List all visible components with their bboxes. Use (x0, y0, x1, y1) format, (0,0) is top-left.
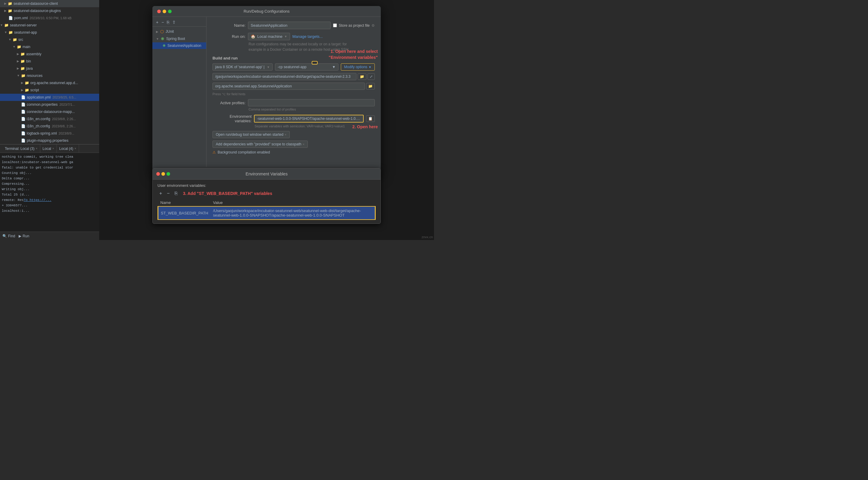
file-icon: 📄 (21, 137, 26, 143)
dialog-titlebar: Run/Debug Configurations (152, 6, 381, 17)
tree-item[interactable]: 📄connector-datasource-mapp... (0, 108, 99, 115)
gear-icon[interactable]: ⚙ (371, 24, 375, 28)
remove-config-button[interactable]: − (160, 19, 165, 25)
env-var-label: Environment variables: (213, 114, 252, 123)
env-dialog-title-text: Environment Variables (246, 171, 288, 176)
path-input[interactable] (213, 73, 356, 80)
terminal-panel: Terminal: Local (3) × Local × Local (4) … (0, 144, 99, 240)
config-seatunnel-app[interactable]: ❋ SeatunnelApplication (152, 42, 206, 49)
app-icon: ❋ (163, 43, 165, 48)
close-button[interactable] (157, 10, 161, 13)
tree-item[interactable]: 📄i18n_zh.config2023/8/8, 2:26... (0, 123, 99, 130)
sdk-select[interactable]: java 8 SDK of 'seatunnel-app' | ▼ (213, 63, 273, 71)
tree-item[interactable]: ▼📁seatunnel-app (0, 29, 99, 36)
tree-item[interactable]: ▼📁resources (0, 72, 99, 79)
chevron-right-icon: ▶ (21, 80, 24, 86)
minimize-button[interactable] (161, 172, 165, 176)
env-var-hint: Separate variables with semicolon: VAR=v… (254, 124, 375, 128)
run-on-select[interactable]: 🏠 Local machine ▼ (248, 33, 290, 40)
move-config-button[interactable]: ⇧ (171, 19, 177, 25)
tree-item-meta: 2023/8/25, 6:5... (52, 94, 76, 100)
env-toolbar: + − ⎘ 3. Add "ST_WEB_BASEDIR_PATH" varia… (157, 190, 376, 197)
run-on-row: Run on: 🏠 Local machine ▼ Manage targets… (213, 33, 375, 40)
tree-item[interactable]: ▼📁main (0, 43, 99, 51)
close-icon[interactable]: × (36, 147, 37, 150)
terminal-tab-label: Terminal: Local (3) (5, 147, 35, 151)
env-var-row: Environment variables: -seatunnel-web-1.… (213, 114, 375, 123)
terminal-tab-local4[interactable]: Local (4) × (57, 145, 79, 153)
env-var-browse-button[interactable]: 📋 (366, 115, 375, 122)
env-dialog-title: Environment Variables (153, 168, 380, 180)
tree-item[interactable]: ▶📁assembly (0, 51, 99, 58)
chevron-right-icon: ▶ (17, 65, 19, 71)
file-icon: 📄 (21, 94, 26, 100)
folder-icon: 📁 (25, 87, 29, 93)
store-checkbox[interactable] (333, 24, 337, 27)
path-folder-button[interactable]: 📁 (358, 73, 366, 80)
tag-add-deps: Add dependencies with "provided" scope t… (213, 140, 308, 148)
manage-targets-link[interactable]: Manage targets... (292, 34, 323, 39)
add-config-button[interactable]: + (155, 19, 160, 25)
folder-icon: 📁 (8, 1, 12, 7)
config-junit[interactable]: ▶ ⬡ JUnit (152, 28, 206, 35)
env-add-button[interactable]: + (157, 190, 164, 197)
tree-item-label: assembly (26, 51, 41, 57)
tree-item[interactable]: ▶📁script (0, 87, 99, 94)
tree-item[interactable]: 📄logback-spring.xml2023/8/9... (0, 130, 99, 137)
name-input[interactable] (248, 22, 331, 29)
terminal-line: remote: ResTo https://... (2, 197, 97, 203)
file-icon: 📄 (21, 116, 26, 122)
modify-options-label: Modify options (344, 65, 367, 69)
tree-item[interactable]: 📄pom.xml2023/8/10, 6:50 PM, 1.68 kB (0, 14, 99, 22)
terminal-line: Compressing... (2, 181, 97, 187)
env-var-input[interactable]: -seatunnel-web-1.0.0-SNAPSHOT/apache-sea… (254, 115, 364, 123)
tree-item[interactable]: ▼📁seatunnel-server (0, 22, 99, 29)
tree-item[interactable]: ▶📁java (0, 65, 99, 72)
close-icon[interactable]: × (74, 147, 76, 150)
env-remove-button[interactable]: − (165, 190, 171, 197)
remove-tag-icon[interactable]: × (303, 142, 305, 146)
env-var-row-st[interactable]: ST_WEB_BASEDIR_PATH /Users/gaojun/worksp… (158, 206, 375, 220)
tree-item[interactable]: ▶📁seatunnel-datasource-plugins (0, 7, 99, 14)
run-label: Run (23, 234, 29, 238)
find-button[interactable]: 🔍 Find (2, 234, 15, 238)
tree-item[interactable]: 📄application.yml2023/8/25, 6:5... (0, 94, 99, 101)
tree-item-meta: 2023/7/1... (60, 101, 75, 107)
config-spring-boot[interactable]: ▼ ❋ Spring Boot (152, 35, 206, 42)
terminal-link[interactable]: To https://... (24, 198, 52, 202)
tree-item-label: plugin-mapping.properties (27, 137, 68, 143)
tree-item[interactable]: ▶📁bin (0, 58, 99, 65)
tags-row: Open run/debug tool window when started … (213, 131, 375, 148)
folder-icon: 📁 (21, 65, 25, 71)
terminal-tab-local3[interactable]: Terminal: Local (3) × (2, 145, 40, 153)
main-class-input[interactable] (213, 83, 365, 90)
tree-item[interactable]: 📄i18n_en.config2023/8/8, 2:26... (0, 115, 99, 123)
env-copy-button[interactable]: ⎘ (173, 190, 180, 197)
minimize-button[interactable] (163, 10, 166, 13)
tree-item[interactable]: 📄plugin-mapping.properties (0, 137, 99, 144)
close-button[interactable] (156, 172, 160, 176)
chevron-down-icon: ▼ (0, 22, 3, 28)
remove-tag-icon[interactable]: × (285, 133, 286, 136)
active-profiles-input[interactable] (248, 99, 375, 106)
tree-item[interactable]: ▶📁org.apache.seatunnel.app.d... (0, 79, 99, 87)
maximize-button[interactable] (168, 10, 172, 13)
terminal-tab-label: Local (43, 147, 52, 151)
tree-item[interactable]: ▼📁src (0, 36, 99, 43)
maximize-button[interactable] (166, 172, 170, 176)
tree-item[interactable]: 📄common.properties2023/7/1... (0, 101, 99, 108)
tree-item-meta: 2023/8/9... (59, 130, 74, 136)
path-expand-button[interactable]: ⤢ (368, 73, 375, 80)
run-button[interactable]: ▶ Run (19, 234, 29, 238)
terminal-tab-local[interactable]: Local × (40, 145, 57, 153)
run-on-value: Local machine (257, 34, 282, 39)
file-icon: 📄 (21, 123, 26, 129)
cp-input[interactable]: -cp seatunnel-app ▼ (275, 63, 338, 71)
main-class-folder-button[interactable]: 📁 (366, 83, 375, 90)
dialog-body: + − ⎘ ⇧ ▶ ⬡ JUnit ▼ ❋ Spring Boot (152, 17, 381, 167)
tree-item[interactable]: ▶📁seatunnel-datasource-client (0, 0, 99, 7)
copy-config-button[interactable]: ⎘ (165, 19, 170, 25)
modify-options-button[interactable]: Modify options ▼ (341, 63, 375, 71)
close-icon[interactable]: × (52, 147, 54, 150)
sdk-label: java 8 SDK of 'seatunnel-app' | (215, 65, 265, 69)
